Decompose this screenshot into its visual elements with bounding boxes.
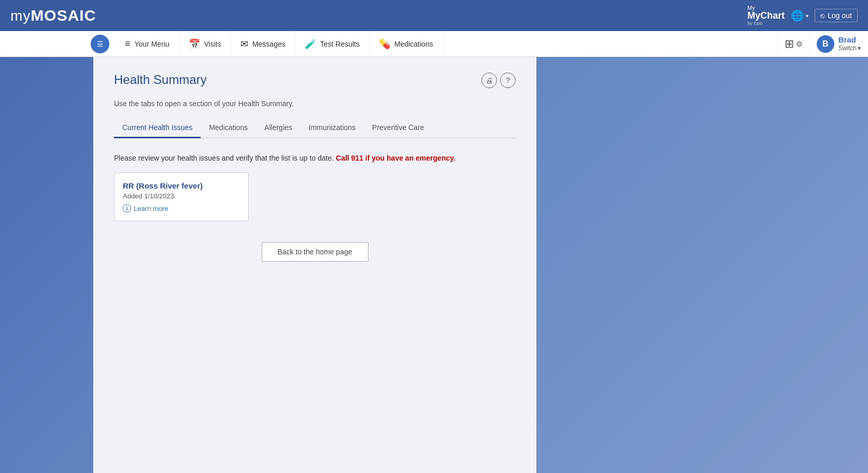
help-button[interactable]: ? (500, 73, 516, 88)
health-issue-date: Added 1/10/2023 (123, 192, 240, 200)
calendar-icon: 📅 (189, 38, 200, 50)
review-text: Please review your health issues and ver… (114, 154, 516, 162)
tabs-container: Current Health Issues Medications Allerg… (114, 118, 516, 138)
learn-more-link[interactable]: Learn more (134, 205, 168, 212)
print-icon: 🖨 (486, 76, 493, 84)
top-header: myMOSAIC My MyChart by Epic 🌐 ▾ ⎋ Log ou… (0, 0, 868, 31)
qr-icon: ⊞ (785, 37, 794, 51)
nav-item-messages[interactable]: ✉ Messages (231, 31, 295, 57)
gear-icon: ⚙ (796, 40, 803, 48)
nav-item-menu[interactable]: ≡ Your Menu (116, 31, 179, 57)
user-name: Brad (838, 35, 861, 45)
main-content: Health Summary 🖨 ? Use the tabs to open … (93, 57, 536, 473)
nav-right-area: ⊞ ⚙ B Brad Switch ▾ (778, 31, 868, 57)
logout-icon: ⎋ (820, 11, 824, 20)
logout-button[interactable]: ⎋ Log out (815, 9, 858, 22)
menu-nav-icon: ≡ (125, 38, 131, 49)
user-area[interactable]: B Brad Switch ▾ (809, 31, 868, 57)
back-to-home-button[interactable]: Back to the home page (262, 242, 368, 262)
user-switch[interactable]: Switch ▾ (838, 45, 861, 52)
nav-item-medications[interactable]: 💊 Medications (369, 31, 443, 57)
back-btn-container: Back to the home page (114, 242, 516, 262)
learn-more-row[interactable]: i Learn more (123, 204, 240, 212)
envelope-icon: ✉ (240, 38, 248, 50)
nav-item-visits[interactable]: 📅 Visits (179, 31, 231, 57)
print-button[interactable]: 🖨 (481, 73, 497, 88)
tab-immunizations[interactable]: Immunizations (301, 118, 364, 138)
pill-icon: 💊 (379, 38, 390, 50)
globe-button[interactable]: 🌐 ▾ (791, 9, 808, 22)
left-sidebar (0, 57, 93, 473)
page-subtitle: Use the tabs to open a section of your H… (114, 99, 516, 108)
title-row: Health Summary 🖨 ? (114, 73, 516, 93)
logo-area: myMOSAIC (10, 7, 96, 24)
health-issue-card: RR (Ross River fever) Added 1/10/2023 i … (114, 173, 249, 221)
nav-bar: ☰ ≡ Your Menu 📅 Visits ✉ Messages 🧪 Test… (0, 31, 868, 57)
main-layout: Health Summary 🖨 ? Use the tabs to open … (0, 57, 868, 473)
logo: myMOSAIC (10, 7, 96, 24)
chevron-down-icon: ▾ (858, 45, 861, 52)
tab-medications[interactable]: Medications (201, 118, 256, 138)
title-icons: 🖨 ? (481, 73, 516, 88)
right-sidebar (536, 57, 868, 473)
tab-current-health-issues[interactable]: Current Health Issues (114, 118, 201, 138)
health-issue-name: RR (Ross River fever) (123, 181, 240, 190)
flask-icon: 🧪 (305, 38, 316, 50)
chevron-down-icon: ▾ (806, 13, 808, 19)
info-icon: i (123, 204, 131, 212)
avatar: B (817, 35, 834, 53)
qr-area[interactable]: ⊞ ⚙ (778, 31, 809, 57)
globe-icon: 🌐 (791, 9, 804, 22)
tab-allergies[interactable]: Allergies (256, 118, 301, 138)
user-name-area: Brad Switch ▾ (838, 35, 861, 52)
tab-preventive-care[interactable]: Preventive Care (364, 118, 432, 138)
mychart-logo: My MyChart by Epic (747, 5, 785, 26)
menu-button[interactable]: ☰ (91, 35, 109, 53)
emergency-text: Call 911 if you have an emergency. (336, 154, 456, 162)
header-right: My MyChart by Epic 🌐 ▾ ⎋ Log out (747, 5, 858, 26)
hamburger-icon: ☰ (97, 40, 104, 48)
help-icon: ? (506, 76, 510, 84)
nav-item-test-results[interactable]: 🧪 Test Results (295, 31, 369, 57)
page-title: Health Summary (114, 73, 207, 87)
